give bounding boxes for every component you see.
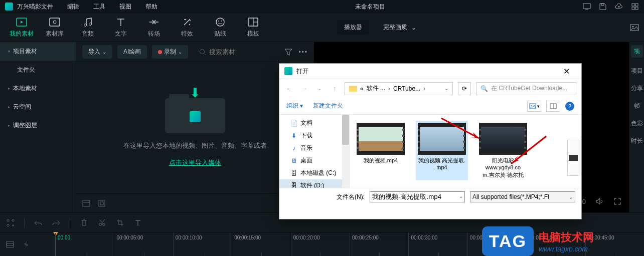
menu-edit[interactable]: 编辑: [67, 3, 79, 11]
document-icon: 📄: [290, 120, 297, 127]
tree-music[interactable]: ♪音乐: [279, 142, 349, 154]
view-mode-button[interactable]: ▾: [527, 101, 541, 112]
fullscreen-icon[interactable]: [614, 198, 621, 205]
tab-sticker[interactable]: 贴纸: [204, 17, 237, 38]
tab-audio[interactable]: 音频: [71, 17, 104, 38]
close-button[interactable]: ✕: [556, 67, 576, 76]
path-sep-icon: ›: [423, 85, 425, 92]
record-dot-icon: [158, 50, 162, 54]
tl-redo-icon[interactable]: [52, 218, 61, 227]
search-input[interactable]: [209, 48, 259, 56]
preview-pane-button[interactable]: [546, 101, 560, 112]
file-item-2[interactable]: 我的视频-高光提取.mp4: [416, 121, 468, 180]
organize-menu[interactable]: 组织 ▾: [286, 102, 303, 110]
file-item-1[interactable]: 我的视频.mp4: [355, 121, 407, 180]
rs-time[interactable]: 时长: [631, 137, 643, 145]
tl-undo-icon[interactable]: [34, 218, 43, 227]
tree-disk-c[interactable]: 🗄本地磁盘 (C:): [279, 167, 349, 179]
watermark-tag: TAG: [482, 226, 534, 256]
tab-media-lib[interactable]: 素材库: [38, 17, 71, 38]
tl-add-icon[interactable]: [6, 218, 15, 227]
file-item-3[interactable]: 阳光电影www.ygdy8.com.吉尔莫·德尔托: [477, 121, 529, 180]
dialog-nav-bar: ← → ⌄ ↑ « 软件 ... › CRTube... › ⌄ ⟳ 🔍 在 C…: [279, 79, 581, 98]
rs-color[interactable]: 色彩: [631, 119, 643, 128]
tl-crop-icon[interactable]: [115, 218, 124, 227]
dialog-search-box[interactable]: 🔍 在 CRTubeGet Downloade...: [476, 82, 576, 95]
chevron-down-icon: ⌄: [178, 49, 182, 55]
address-bar[interactable]: « 软件 ... › CRTube... › ⌄: [345, 82, 453, 95]
path-seg-1[interactable]: 软件 ...: [367, 84, 385, 93]
filename-input[interactable]: [370, 191, 465, 202]
tab-text-label: 文字: [115, 30, 127, 38]
import-link[interactable]: 点击这里导入媒体: [169, 158, 221, 167]
ai-draw-button[interactable]: AI绘画: [117, 45, 147, 59]
ruler-mark: 00:00:15:00: [232, 233, 290, 256]
search-icon: [199, 49, 206, 56]
menu-file[interactable]: 文件: [41, 3, 53, 11]
tree-project-media[interactable]: ▾项目素材: [0, 42, 76, 61]
tab-text[interactable]: 文字: [104, 17, 137, 38]
player-controls-bar: 播放器 完整画质⌄: [337, 20, 639, 35]
tl-cut-icon[interactable]: [97, 218, 106, 227]
tab-my-media[interactable]: 我的素材: [5, 17, 38, 38]
tree-scrollbar[interactable]: [342, 115, 349, 188]
refresh-button[interactable]: ⟳: [458, 82, 471, 95]
nav-up-icon[interactable]: ↑: [330, 85, 340, 92]
my-media-icon: [16, 17, 27, 28]
new-folder-button[interactable]: 新建文件夹: [313, 102, 343, 110]
tl-track-icon[interactable]: [6, 241, 14, 248]
volume-icon[interactable]: [596, 198, 604, 205]
tl-delete-icon[interactable]: [79, 218, 88, 227]
rs-panel[interactable]: 项: [631, 45, 643, 58]
tree-desktop[interactable]: 🖥桌面: [279, 154, 349, 167]
panel-icon-2[interactable]: [98, 200, 105, 207]
watermark-text: 电脑技术网 www.tagxp.com: [539, 230, 594, 253]
tab-effect[interactable]: 特效: [171, 17, 204, 38]
menu-view[interactable]: 视图: [119, 3, 131, 11]
chevron-down-icon[interactable]: ⌄: [459, 193, 463, 199]
quality-dropdown[interactable]: 完整画质⌄: [378, 20, 421, 35]
menu-tool[interactable]: 工具: [93, 3, 105, 11]
nav-recent-icon[interactable]: ⌄: [314, 86, 325, 91]
tree-disk-d[interactable]: 🗄软件 (D:): [279, 179, 349, 188]
picture-icon[interactable]: [630, 24, 639, 31]
record-button[interactable]: 录制⌄: [152, 45, 188, 59]
tree-adjust-layer[interactable]: ▸调整图层: [0, 116, 76, 135]
help-button[interactable]: ?: [565, 102, 574, 111]
tl-text-icon[interactable]: [133, 218, 142, 227]
rs-frame[interactable]: 帧: [634, 102, 640, 110]
svg-point-17: [221, 21, 222, 22]
filter-icon[interactable]: [284, 49, 292, 56]
file-filter-select[interactable]: All supported files(*.MP4;*.Fl ⌄: [470, 191, 575, 202]
path-seg-2[interactable]: CRTube...: [393, 85, 420, 92]
rs-share[interactable]: 分享: [631, 84, 643, 93]
grid-icon[interactable]: [631, 3, 639, 11]
path-dropdown-icon[interactable]: ⌄: [444, 86, 448, 91]
svg-point-16: [218, 21, 219, 22]
search-box[interactable]: [193, 48, 279, 56]
import-drop-zone[interactable]: ⬇ 在这里导入您本地的视频、图片、音频、字幕或者 点击这里导入媒体: [76, 62, 314, 193]
tree-cloud[interactable]: ▸云空间: [0, 98, 76, 116]
tab-template[interactable]: 模板: [237, 17, 270, 38]
nav-back-icon[interactable]: ←: [284, 85, 294, 92]
sticker-icon: [215, 17, 226, 28]
more-icon[interactable]: •••: [298, 49, 308, 56]
tree-folder[interactable]: 文件夹: [0, 61, 76, 79]
tree-local-media[interactable]: ▸本地素材: [0, 79, 76, 98]
dialog-titlebar: 打开 ✕: [279, 64, 581, 79]
tl-link-icon[interactable]: [22, 241, 30, 248]
screen-icon[interactable]: [583, 3, 591, 11]
save-icon[interactable]: [599, 3, 607, 11]
tree-documents[interactable]: 📄文档: [279, 117, 349, 129]
folder-icon: [349, 86, 357, 92]
right-property-strip: 项 项目 分享 帧 色彩 时长: [629, 42, 644, 212]
import-button[interactable]: 导入⌄: [82, 45, 112, 59]
rs-project[interactable]: 项目: [631, 67, 643, 75]
cloud-icon[interactable]: [615, 3, 623, 11]
menu-help[interactable]: 帮助: [145, 3, 157, 11]
nav-forward-icon[interactable]: →: [299, 85, 309, 92]
tree-downloads[interactable]: ⬇下载: [279, 129, 349, 142]
svg-point-29: [7, 219, 9, 221]
tab-transition[interactable]: 转场: [137, 17, 171, 38]
panel-icon-1[interactable]: [82, 200, 90, 207]
